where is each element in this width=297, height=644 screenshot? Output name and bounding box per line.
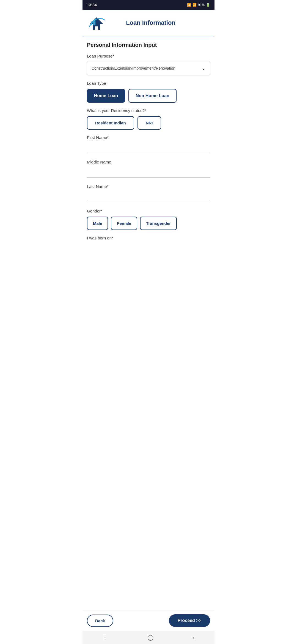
first-name-input[interactable]	[87, 143, 210, 153]
first-name-section: First Name	[87, 135, 210, 153]
nri-button[interactable]: NRI	[138, 116, 161, 130]
status-time: 13:34	[87, 3, 97, 7]
wifi-icon: 📶	[187, 3, 191, 7]
loan-type-section: Loan Type Home Loan Non Home Loan	[87, 81, 210, 103]
middle-name-section: Middle Name	[87, 160, 210, 178]
gender-section: Gender Male Female Transgender	[87, 209, 210, 230]
male-button[interactable]: Male	[87, 217, 108, 230]
middle-name-label: Middle Name	[87, 160, 210, 164]
battery-text: 91%	[198, 3, 205, 7]
battery-icon: 🔋	[206, 3, 210, 7]
residency-status-section: What is your Residency status? Resident …	[87, 108, 210, 130]
nav-home-icon[interactable]: ◯	[147, 634, 153, 641]
middle-name-input[interactable]	[87, 167, 210, 178]
main-content: Personal Information Input Loan Purpose …	[82, 36, 215, 610]
transgender-button[interactable]: Transgender	[140, 217, 177, 230]
status-bar: 13:34 📶 📶 91% 🔋	[82, 0, 215, 10]
residency-status-label: What is your Residency status?	[87, 108, 210, 113]
born-on-label: I was born on	[87, 236, 210, 240]
status-icons: 📶 📶 91% 🔋	[187, 3, 210, 7]
proceed-button[interactable]: Proceed >>	[169, 614, 210, 627]
nav-menu-icon[interactable]: ⋮	[102, 634, 108, 641]
gender-button-group: Male Female Transgender	[87, 217, 210, 230]
nav-bar: ⋮ ◯ ‹	[82, 631, 215, 644]
loan-purpose-value: Construction/Extension/Improvement/Renov…	[92, 66, 201, 70]
loan-type-button-group: Home Loan Non Home Loan	[87, 89, 210, 103]
residency-button-group: Resident Indian NRI	[87, 116, 210, 130]
loan-purpose-section: Loan Purpose Construction/Extension/Impr…	[87, 54, 210, 75]
nav-back-icon[interactable]: ‹	[193, 634, 195, 641]
app-logo	[87, 13, 106, 32]
last-name-input[interactable]	[87, 192, 210, 202]
last-name-section: Last Name	[87, 184, 210, 202]
loan-purpose-label: Loan Purpose	[87, 54, 210, 58]
home-loan-button[interactable]: Home Loan	[87, 89, 125, 103]
non-home-loan-button[interactable]: Non Home Loan	[128, 89, 177, 103]
gender-label: Gender	[87, 209, 210, 213]
chevron-down-icon: ⌄	[201, 65, 205, 71]
loan-type-label: Loan Type	[87, 81, 210, 86]
resident-indian-button[interactable]: Resident Indian	[87, 116, 134, 130]
header-title: Loan Information	[111, 19, 210, 26]
first-name-label: First Name	[87, 135, 210, 140]
female-button[interactable]: Female	[111, 217, 137, 230]
born-on-section: I was born on	[87, 236, 210, 240]
loan-purpose-dropdown[interactable]: Construction/Extension/Improvement/Renov…	[87, 61, 210, 75]
bottom-bar: Back Proceed >>	[82, 610, 215, 631]
section-title: Personal Information Input	[87, 42, 210, 48]
svg-rect-2	[95, 26, 98, 30]
back-button[interactable]: Back	[87, 615, 113, 627]
signal-icon: 📶	[193, 3, 197, 7]
app-header: Loan Information	[82, 10, 215, 36]
last-name-label: Last Name	[87, 184, 210, 189]
